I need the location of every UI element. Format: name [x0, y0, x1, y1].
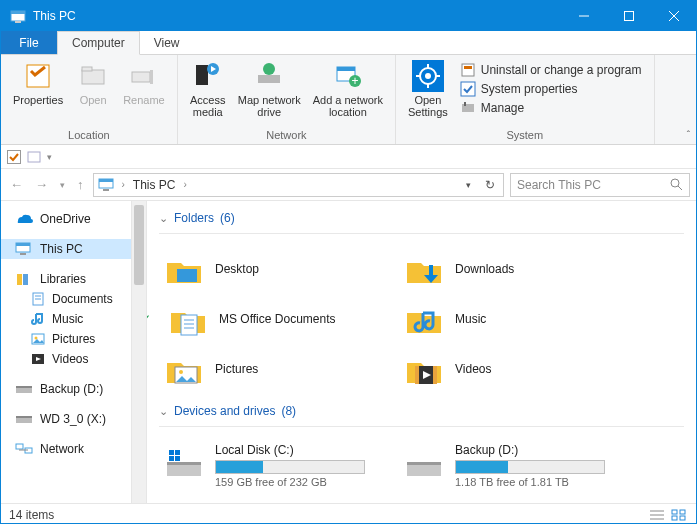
svg-rect-71: [175, 450, 180, 455]
svg-rect-32: [8, 150, 21, 163]
sidebar-item-onedrive[interactable]: OneDrive: [1, 209, 146, 229]
videos-folder-icon: [403, 350, 445, 388]
svg-rect-57: [177, 269, 197, 282]
tab-computer[interactable]: Computer: [57, 31, 140, 55]
address-bar[interactable]: › This PC › ▾ ↻: [93, 173, 505, 197]
svg-rect-29: [461, 82, 475, 96]
address-bar-row: ← → ▾ ↑ › This PC › ▾ ↻ Search This PC: [1, 169, 696, 201]
svg-rect-51: [16, 386, 32, 388]
drive-icon: [403, 443, 445, 483]
maximize-button[interactable]: [606, 1, 651, 31]
svg-rect-9: [82, 67, 92, 71]
minimize-button[interactable]: [561, 1, 606, 31]
svg-rect-53: [16, 416, 32, 418]
drive-icon: [163, 443, 205, 483]
folder-pictures[interactable]: Pictures: [159, 344, 399, 394]
svg-point-15: [263, 63, 275, 75]
address-dropdown-icon[interactable]: ▾: [462, 180, 475, 190]
collapse-ribbon-icon[interactable]: ˆ: [687, 130, 690, 141]
manage-button[interactable]: Manage: [460, 100, 642, 116]
folder-downloads[interactable]: Downloads: [399, 244, 639, 294]
up-button[interactable]: ↑: [74, 177, 87, 192]
svg-rect-41: [20, 253, 26, 255]
icons-view-button[interactable]: [670, 508, 688, 522]
window-title: This PC: [33, 9, 76, 23]
svg-rect-10: [132, 72, 150, 82]
drive-local-c[interactable]: Local Disk (C:) 159 GB free of 232 GB: [159, 437, 399, 494]
breadcrumb-thispc[interactable]: This PC: [133, 178, 176, 192]
open-icon: [77, 60, 109, 92]
close-button[interactable]: [651, 1, 696, 31]
qat-checkbox-icon[interactable]: [7, 150, 21, 164]
sidebar-item-network[interactable]: Network: [1, 439, 146, 459]
navigation-pane: OneDrive This PC Libraries Documents Mus…: [1, 201, 147, 503]
sidebar-item-wd[interactable]: WD 3_0 (X:): [1, 409, 146, 429]
svg-rect-75: [407, 462, 441, 465]
music-folder-icon: [403, 300, 445, 338]
drive-usage-bar: [455, 460, 605, 474]
refresh-button[interactable]: ↻: [481, 178, 499, 192]
group-header-folders[interactable]: ⌄ Folders (6): [159, 205, 684, 234]
svg-rect-4: [624, 12, 633, 21]
tab-file[interactable]: File: [1, 31, 57, 54]
qat-dropdown-icon[interactable]: ▾: [47, 152, 52, 162]
sync-icon: ✓: [147, 312, 151, 326]
svg-rect-40: [16, 243, 30, 246]
drive-backup-d[interactable]: Backup (D:) 1.18 TB free of 1.81 TB: [399, 437, 639, 494]
svg-rect-66: [433, 366, 437, 384]
sidebar-scrollbar[interactable]: [131, 201, 146, 503]
svg-rect-81: [672, 516, 677, 520]
svg-rect-1: [11, 11, 25, 14]
drive-usage-bar: [215, 460, 365, 474]
sidebar-item-videos[interactable]: Videos: [1, 349, 146, 369]
tab-view[interactable]: View: [140, 31, 194, 54]
svg-rect-8: [82, 70, 104, 84]
rename-button[interactable]: Rename: [117, 58, 171, 129]
search-input[interactable]: Search This PC: [510, 173, 690, 197]
crumb-sep-icon[interactable]: ›: [122, 179, 125, 190]
back-button[interactable]: ←: [7, 177, 26, 192]
folder-videos[interactable]: Videos: [399, 344, 639, 394]
sidebar-item-libraries[interactable]: Libraries: [1, 269, 146, 289]
svg-point-22: [425, 73, 431, 79]
system-properties-button[interactable]: System properties: [460, 81, 642, 97]
chevron-down-icon: ⌄: [159, 212, 168, 225]
recent-dropdown[interactable]: ▾: [57, 180, 68, 190]
status-bar: 14 items: [1, 503, 696, 524]
sidebar-item-music[interactable]: Music: [1, 309, 146, 329]
title-bar: This PC: [1, 1, 696, 31]
content-pane: ⌄ Folders (6) Desktop Downloads ✓ MS Off…: [147, 201, 696, 503]
uninstall-program-button[interactable]: Uninstall or change a program: [460, 62, 642, 78]
svg-rect-12: [196, 65, 208, 85]
access-media-button[interactable]: Access media: [184, 58, 232, 129]
svg-rect-28: [464, 66, 472, 69]
folder-music[interactable]: Music: [399, 294, 639, 344]
details-view-button[interactable]: [648, 508, 666, 522]
open-button[interactable]: Open: [69, 58, 117, 129]
qat-item-icon[interactable]: [27, 150, 41, 164]
sidebar-item-pictures[interactable]: Pictures: [1, 329, 146, 349]
svg-point-48: [35, 337, 38, 340]
folder-msoffice[interactable]: ✓ MS Office Documents: [159, 294, 399, 344]
svg-rect-27: [462, 64, 474, 76]
svg-rect-54: [16, 444, 23, 449]
sidebar-item-documents[interactable]: Documents: [1, 289, 146, 309]
svg-rect-31: [464, 102, 466, 106]
properties-icon: [22, 60, 54, 92]
svg-rect-11: [150, 70, 153, 84]
group-header-devices[interactable]: ⌄ Devices and drives (8): [159, 398, 684, 427]
open-settings-button[interactable]: Open Settings: [402, 58, 454, 129]
forward-button[interactable]: →: [32, 177, 51, 192]
svg-rect-70: [169, 450, 174, 455]
svg-rect-72: [169, 456, 174, 461]
crumb-sep-icon[interactable]: ›: [184, 179, 187, 190]
sidebar-item-thispc[interactable]: This PC: [1, 239, 146, 259]
svg-rect-33: [28, 152, 40, 162]
folder-desktop[interactable]: Desktop: [159, 244, 399, 294]
add-network-location-button[interactable]: + Add a network location: [307, 58, 389, 129]
svg-rect-35: [99, 179, 113, 182]
properties-button[interactable]: Properties: [7, 58, 69, 129]
sidebar-item-backup[interactable]: Backup (D:): [1, 379, 146, 399]
access-media-icon: [192, 60, 224, 92]
map-drive-button[interactable]: Map network drive: [232, 58, 307, 129]
